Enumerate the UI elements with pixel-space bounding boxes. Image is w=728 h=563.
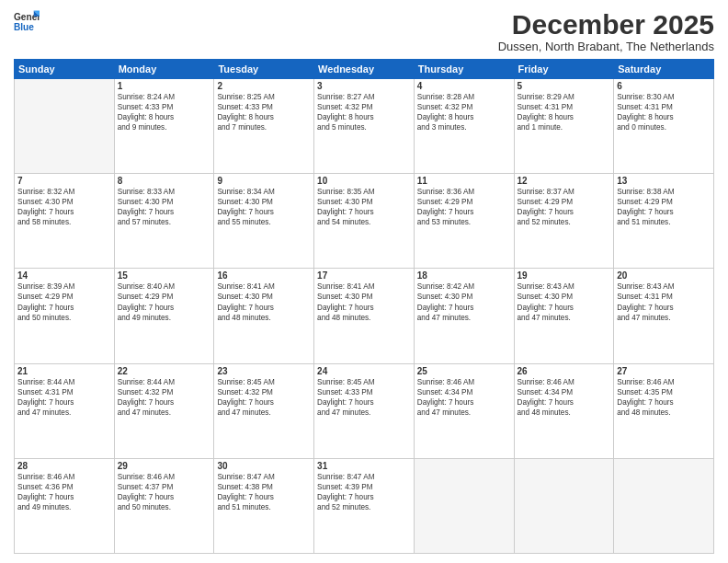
day-number: 14 [17, 270, 111, 281]
title-block: December 2025 Dussen, North Brabant, The… [498, 9, 714, 53]
day-info: Sunrise: 8:46 AMSunset: 4:36 PMDaylight:… [17, 472, 111, 512]
day-number: 29 [118, 461, 211, 471]
day-number: 26 [518, 366, 611, 376]
day-info: Sunrise: 8:33 AMSunset: 4:30 PMDaylight:… [118, 187, 211, 227]
day-number: 30 [217, 461, 311, 471]
day-cell: 28Sunrise: 8:46 AMSunset: 4:36 PMDayligh… [15, 458, 115, 553]
day-cell [514, 458, 614, 553]
week-row-2: 7Sunrise: 8:32 AMSunset: 4:30 PMDaylight… [15, 174, 714, 269]
day-cell: 17Sunrise: 8:41 AMSunset: 4:30 PMDayligh… [314, 269, 415, 363]
day-cell: 18Sunrise: 8:42 AMSunset: 4:30 PMDayligh… [414, 269, 514, 363]
day-cell: 8Sunrise: 8:33 AMSunset: 4:30 PMDaylight… [114, 174, 214, 269]
svg-text:Blue: Blue [14, 22, 34, 32]
day-cell: 5Sunrise: 8:29 AMSunset: 4:31 PMDaylight… [514, 79, 614, 174]
day-info: Sunrise: 8:47 AMSunset: 4:38 PMDaylight:… [217, 472, 311, 512]
day-cell: 14Sunrise: 8:39 AMSunset: 4:29 PMDayligh… [15, 269, 115, 363]
day-cell: 2Sunrise: 8:25 AMSunset: 4:33 PMDaylight… [214, 79, 314, 174]
day-number: 2 [217, 81, 311, 91]
day-cell [614, 458, 714, 553]
day-number: 9 [217, 176, 311, 186]
day-info: Sunrise: 8:46 AMSunset: 4:35 PMDaylight:… [617, 377, 711, 418]
day-info: Sunrise: 8:25 AMSunset: 4:33 PMDaylight:… [217, 92, 311, 132]
day-info: Sunrise: 8:32 AMSunset: 4:30 PMDaylight:… [17, 187, 111, 227]
week-row-3: 14Sunrise: 8:39 AMSunset: 4:29 PMDayligh… [15, 269, 714, 363]
day-number: 21 [17, 366, 111, 376]
header: General Blue December 2025 Dussen, North… [14, 9, 714, 53]
day-info: Sunrise: 8:42 AMSunset: 4:30 PMDaylight:… [417, 282, 511, 322]
day-cell: 19Sunrise: 8:43 AMSunset: 4:30 PMDayligh… [514, 269, 614, 363]
day-cell: 3Sunrise: 8:27 AMSunset: 4:32 PMDaylight… [314, 79, 415, 174]
day-info: Sunrise: 8:29 AMSunset: 4:31 PMDaylight:… [518, 92, 611, 132]
day-info: Sunrise: 8:38 AMSunset: 4:29 PMDaylight:… [617, 187, 711, 227]
col-saturday: Saturday [614, 60, 714, 79]
day-info: Sunrise: 8:34 AMSunset: 4:30 PMDaylight:… [217, 187, 311, 227]
page: General Blue December 2025 Dussen, North… [0, 0, 728, 563]
day-cell: 31Sunrise: 8:47 AMSunset: 4:39 PMDayligh… [314, 458, 415, 553]
day-info: Sunrise: 8:45 AMSunset: 4:33 PMDaylight:… [317, 377, 411, 418]
day-cell: 4Sunrise: 8:28 AMSunset: 4:32 PMDaylight… [414, 79, 514, 174]
day-cell: 6Sunrise: 8:30 AMSunset: 4:31 PMDaylight… [614, 79, 714, 174]
day-number: 28 [17, 461, 111, 471]
day-info: Sunrise: 8:41 AMSunset: 4:30 PMDaylight:… [217, 282, 311, 322]
day-info: Sunrise: 8:46 AMSunset: 4:37 PMDaylight:… [118, 472, 211, 512]
day-cell: 22Sunrise: 8:44 AMSunset: 4:32 PMDayligh… [114, 363, 214, 458]
col-tuesday: Tuesday [214, 60, 314, 79]
logo: General Blue [14, 9, 40, 35]
day-cell: 13Sunrise: 8:38 AMSunset: 4:29 PMDayligh… [614, 174, 714, 269]
day-number: 4 [417, 81, 511, 91]
day-info: Sunrise: 8:39 AMSunset: 4:29 PMDaylight:… [17, 282, 111, 322]
day-number: 18 [417, 270, 511, 281]
day-info: Sunrise: 8:28 AMSunset: 4:32 PMDaylight:… [417, 92, 511, 132]
week-row-5: 28Sunrise: 8:46 AMSunset: 4:36 PMDayligh… [15, 458, 714, 553]
day-number: 8 [118, 176, 211, 186]
day-cell: 21Sunrise: 8:44 AMSunset: 4:31 PMDayligh… [15, 363, 115, 458]
day-number: 13 [617, 176, 711, 186]
day-number: 22 [118, 366, 211, 376]
day-cell: 16Sunrise: 8:41 AMSunset: 4:30 PMDayligh… [214, 269, 314, 363]
day-number: 27 [617, 366, 711, 376]
logo-icon: General Blue [14, 9, 40, 35]
day-info: Sunrise: 8:36 AMSunset: 4:29 PMDaylight:… [417, 187, 511, 227]
col-sunday: Sunday [15, 60, 115, 79]
day-cell: 27Sunrise: 8:46 AMSunset: 4:35 PMDayligh… [614, 363, 714, 458]
week-row-4: 21Sunrise: 8:44 AMSunset: 4:31 PMDayligh… [15, 363, 714, 458]
day-cell: 7Sunrise: 8:32 AMSunset: 4:30 PMDaylight… [15, 174, 115, 269]
day-number: 1 [118, 81, 211, 91]
col-friday: Friday [514, 60, 614, 79]
day-number: 31 [317, 461, 411, 471]
day-info: Sunrise: 8:30 AMSunset: 4:31 PMDaylight:… [617, 92, 711, 132]
day-cell: 30Sunrise: 8:47 AMSunset: 4:38 PMDayligh… [214, 458, 314, 553]
day-number: 3 [317, 81, 411, 91]
day-cell: 15Sunrise: 8:40 AMSunset: 4:29 PMDayligh… [114, 269, 214, 363]
day-number: 10 [317, 176, 411, 186]
day-number: 11 [417, 176, 511, 186]
day-info: Sunrise: 8:40 AMSunset: 4:29 PMDaylight:… [118, 282, 211, 322]
day-number: 23 [217, 366, 311, 376]
calendar-table: Sunday Monday Tuesday Wednesday Thursday… [14, 59, 714, 554]
day-info: Sunrise: 8:43 AMSunset: 4:31 PMDaylight:… [617, 282, 711, 322]
day-cell: 9Sunrise: 8:34 AMSunset: 4:30 PMDaylight… [214, 174, 314, 269]
day-cell: 10Sunrise: 8:35 AMSunset: 4:30 PMDayligh… [314, 174, 415, 269]
subtitle: Dussen, North Brabant, The Netherlands [498, 40, 714, 53]
day-info: Sunrise: 8:35 AMSunset: 4:30 PMDaylight:… [317, 187, 411, 227]
day-number: 6 [617, 81, 711, 91]
day-cell [15, 79, 115, 174]
day-info: Sunrise: 8:27 AMSunset: 4:32 PMDaylight:… [317, 92, 411, 132]
col-wednesday: Wednesday [314, 60, 415, 79]
day-cell: 11Sunrise: 8:36 AMSunset: 4:29 PMDayligh… [414, 174, 514, 269]
day-info: Sunrise: 8:44 AMSunset: 4:32 PMDaylight:… [118, 377, 211, 418]
day-number: 15 [118, 270, 211, 281]
day-number: 16 [217, 270, 311, 281]
day-number: 24 [317, 366, 411, 376]
day-cell: 12Sunrise: 8:37 AMSunset: 4:29 PMDayligh… [514, 174, 614, 269]
day-number: 7 [17, 176, 111, 186]
week-row-1: 1Sunrise: 8:24 AMSunset: 4:33 PMDaylight… [15, 79, 714, 174]
day-info: Sunrise: 8:41 AMSunset: 4:30 PMDaylight:… [317, 282, 411, 322]
day-info: Sunrise: 8:47 AMSunset: 4:39 PMDaylight:… [317, 472, 411, 512]
day-cell: 25Sunrise: 8:46 AMSunset: 4:34 PMDayligh… [414, 363, 514, 458]
day-info: Sunrise: 8:46 AMSunset: 4:34 PMDaylight:… [417, 377, 511, 418]
day-number: 17 [317, 270, 411, 281]
day-cell: 29Sunrise: 8:46 AMSunset: 4:37 PMDayligh… [114, 458, 214, 553]
day-info: Sunrise: 8:46 AMSunset: 4:34 PMDaylight:… [518, 377, 611, 418]
day-info: Sunrise: 8:37 AMSunset: 4:29 PMDaylight:… [518, 187, 611, 227]
